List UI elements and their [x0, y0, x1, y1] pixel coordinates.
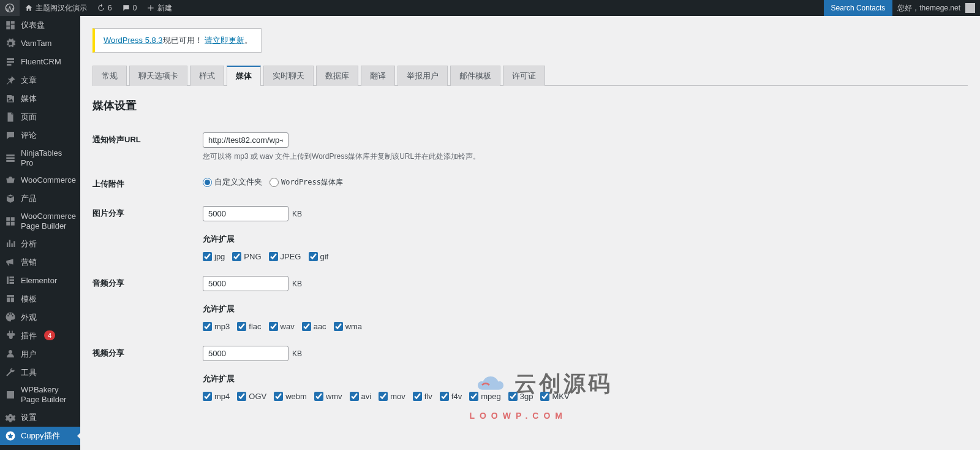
sidebar-item-8[interactable]: WooCommerce — [0, 171, 80, 189]
sidebar-item-16[interactable]: 插件4 — [0, 326, 80, 345]
dashboard-icon — [5, 20, 16, 31]
tab-5[interactable]: 数据库 — [316, 66, 358, 86]
wp-version-link[interactable]: WordPress 5.8.3 — [104, 36, 163, 45]
sidebar-item-3[interactable]: 文章 — [0, 71, 80, 90]
tab-7[interactable]: 举报用户 — [398, 66, 448, 86]
sidebar-item-0[interactable]: 仪表盘 — [0, 16, 80, 34]
update-now-link[interactable]: 请立即更新 — [205, 36, 244, 45]
tab-0[interactable]: 常规 — [92, 66, 127, 86]
video-size-input[interactable] — [203, 346, 288, 361]
sidebar-item-10[interactable]: WooCommerce Page Builder — [0, 208, 80, 234]
settings-form: 通知铃声URL 您可以将 mp3 或 wav 文件上传到WordPress媒体库… — [92, 125, 968, 408]
video-ext-3gp[interactable]: 3gp — [508, 392, 533, 401]
image-ext-gif[interactable]: gif — [309, 252, 329, 261]
audio-allow-label: 允许扩展 — [203, 303, 968, 315]
site-name[interactable]: 主题阁汉化演示 — [20, 0, 92, 16]
video-ext-avi[interactable]: avi — [350, 392, 372, 401]
video-ext-mov[interactable]: mov — [379, 392, 405, 401]
sidebar-item-7[interactable]: NinjaTables Pro — [0, 145, 80, 171]
video-ext-ogv[interactable]: OGV — [237, 392, 266, 401]
media-icon — [5, 93, 16, 104]
sidebar-item-4[interactable]: 媒体 — [0, 90, 80, 108]
notify-url-input[interactable] — [203, 132, 288, 148]
pin-icon — [5, 75, 16, 86]
chart-icon — [5, 238, 16, 249]
image-size-input[interactable] — [203, 206, 288, 221]
sidebar-label: 外观 — [21, 313, 37, 322]
tab-9[interactable]: 许可证 — [503, 66, 545, 86]
sidebar-label: WPBakery Page Builder — [21, 385, 75, 404]
sidebar-item-15[interactable]: 外观 — [0, 308, 80, 326]
audio-ext-aac[interactable]: aac — [302, 322, 326, 331]
audio-ext-wma[interactable]: wma — [334, 322, 362, 331]
sidebar-item-12[interactable]: 营销 — [0, 253, 80, 271]
video-ext-mp4[interactable]: mp4 — [203, 392, 230, 401]
sidebar-label: 插件 — [21, 331, 37, 341]
video-ext-wmv[interactable]: wmv — [314, 392, 342, 401]
tab-6[interactable]: 翻译 — [361, 66, 395, 86]
sidebar-item-21[interactable]: Cuppy插件 — [0, 427, 80, 433]
content-area: WordPress 5.8.3现已可用！ 请立即更新。 常规聊天选项卡样式媒体实… — [80, 16, 980, 433]
video-ext-f4v[interactable]: f4v — [440, 392, 462, 401]
update-notice: WordPress 5.8.3现已可用！ 请立即更新。 — [92, 28, 262, 53]
sidebar-item-18[interactable]: 工具 — [0, 363, 80, 381]
image-ext-png[interactable]: PNG — [232, 252, 261, 261]
audio-ext-wav[interactable]: wav — [269, 322, 295, 331]
settings-tabs: 常规聊天选项卡样式媒体实时聊天数据库翻译举报用户邮件模板许可证 — [92, 65, 968, 86]
megaphone-icon — [5, 256, 16, 267]
sidebar-item-9[interactable]: 产品 — [0, 189, 80, 208]
woo-icon — [5, 175, 16, 186]
crm-icon — [5, 56, 16, 67]
svg-point-0 — [6, 4, 13, 12]
sidebar-item-5[interactable]: 页面 — [0, 108, 80, 126]
new-content[interactable]: 新建 — [141, 0, 177, 16]
gear-icon — [5, 38, 16, 49]
sidebar-label: 设置 — [21, 413, 37, 422]
video-ext-webm[interactable]: webm — [274, 392, 307, 401]
sidebar-label: FluentCRM — [21, 57, 61, 67]
image-ext-jpg[interactable]: jpg — [203, 252, 225, 261]
sidebar-label: 营销 — [21, 257, 37, 267]
video-ext-mkv[interactable]: MKV — [540, 392, 569, 401]
sidebar-item-17[interactable]: 用户 — [0, 345, 80, 363]
tab-3[interactable]: 媒体 — [227, 66, 261, 86]
video-ext-mpeg[interactable]: mpeg — [469, 392, 501, 401]
tab-2[interactable]: 样式 — [190, 66, 224, 86]
sidebar-item-13[interactable]: Elementor — [0, 271, 80, 289]
sidebar-item-14[interactable]: 模板 — [0, 289, 80, 308]
user-greeting[interactable]: 您好，themege.net — [892, 0, 980, 16]
sidebar-item-20[interactable]: 设置 — [0, 408, 80, 427]
label-video-share: 视频分享 — [92, 338, 203, 408]
sidebar-label: 文章 — [21, 75, 37, 85]
sidebar-item-1[interactable]: VamTam — [0, 34, 80, 53]
radio-custom-folder[interactable]: 自定义文件夹 — [203, 177, 262, 188]
update-badge: 4 — [44, 330, 55, 340]
wp-logo[interactable] — [0, 0, 20, 16]
audio-ext-flac[interactable]: flac — [237, 322, 261, 331]
sidebar-item-11[interactable]: 分析 — [0, 234, 80, 253]
video-ext-flv[interactable]: flv — [413, 392, 432, 401]
sidebar-label: 分析 — [21, 239, 37, 249]
comments-count[interactable]: 0 — [117, 0, 142, 16]
image-ext-jpeg[interactable]: JPEG — [269, 252, 301, 261]
sidebar-item-2[interactable]: FluentCRM — [0, 53, 80, 71]
sidebar-item-6[interactable]: 评论 — [0, 126, 80, 145]
sidebar-label: NinjaTables Pro — [21, 148, 75, 167]
tab-8[interactable]: 邮件模板 — [450, 66, 500, 86]
tab-1[interactable]: 聊天选项卡 — [129, 66, 187, 86]
sidebar-label: Cuppy插件 — [21, 431, 60, 433]
audio-size-input[interactable] — [203, 276, 288, 291]
audio-ext-mp3[interactable]: mp3 — [203, 322, 230, 331]
updates-count[interactable]: 6 — [92, 0, 117, 16]
tab-4[interactable]: 实时聊天 — [263, 66, 314, 86]
label-attachment: 上传附件 — [92, 169, 203, 199]
builder-icon — [5, 216, 16, 227]
search-contacts-button[interactable]: Search Contacts — [824, 0, 893, 16]
sidebar-label: 用户 — [21, 349, 37, 359]
radio-wp-media[interactable]: WordPress媒体库 — [270, 177, 343, 188]
user-icon — [5, 348, 16, 359]
sidebar-label: 页面 — [21, 112, 37, 122]
sidebar-item-19[interactable]: WPBakery Page Builder — [0, 381, 80, 408]
sidebar-label: 产品 — [21, 194, 37, 204]
comment-icon — [5, 130, 16, 141]
